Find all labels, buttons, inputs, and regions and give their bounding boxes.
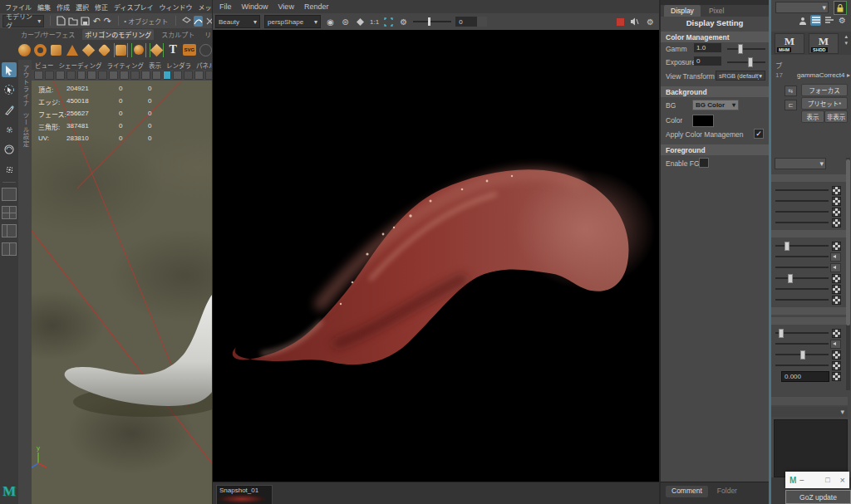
open-scene-icon[interactable] [68,16,78,27]
gamma-value-field[interactable]: 1.0 [694,43,721,52]
panel-menu-item[interactable]: ビュー [35,61,54,70]
attribute-row[interactable] [771,283,847,294]
texture-map-button[interactable] [832,296,841,305]
focus-button[interactable]: フォーカス [801,84,848,96]
gamma-slider-track[interactable] [727,48,765,50]
slider-handle[interactable] [785,242,790,251]
mute-notifications-icon[interactable] [629,17,640,27]
goz-update-button[interactable]: GoZ update [785,490,851,504]
panel-menu-item[interactable]: シェーディング [59,61,102,70]
attr-section-dropdown[interactable]: ▾ [775,158,826,169]
layout-four-pane-button[interactable] [2,206,17,219]
slider-track[interactable] [775,256,829,257]
attribute-row[interactable] [771,262,847,272]
slider-track[interactable] [775,200,829,202]
attribute-row[interactable] [771,230,847,237]
paint-select-tool-button[interactable] [2,102,17,117]
ramp-arrow-button[interactable] [830,263,841,272]
zoom-ratio-label[interactable]: 1:1 [370,18,379,26]
attribute-row[interactable] [771,251,847,262]
foreground-header[interactable]: Foreground [661,144,769,155]
slider-track[interactable] [775,299,829,301]
viewport-toggle-icon[interactable] [120,71,129,80]
subdiv-proxy-icon[interactable] [131,43,145,57]
texture-map-button[interactable] [832,329,841,338]
viewport-toggle-icon[interactable] [130,71,140,80]
panel-menu-item[interactable]: パネル [196,61,212,70]
poly-torus-icon[interactable] [34,43,47,57]
scale-tool-button[interactable] [2,162,17,177]
attribute-row[interactable]: 0.000 [771,370,847,381]
exposure-value-field[interactable]: 0 [455,17,487,27]
show-button[interactable]: 表示 [801,110,824,123]
select-tool-button[interactable] [2,62,17,77]
new-scene-icon[interactable] [57,16,66,27]
viewport-toggle-icon[interactable] [141,71,150,80]
tool-settings-vertical-tab[interactable]: ツール設定 [21,112,30,148]
menu-item[interactable]: 選択 [76,2,89,12]
attribute-row[interactable] [771,217,847,228]
menu-item[interactable]: ディスプレイ [114,2,153,12]
save-scene-icon[interactable] [81,16,90,27]
show-character-icon[interactable] [797,15,808,26]
attr-scrollbar[interactable] [846,158,850,390]
slider-track[interactable] [775,267,829,268]
snap-grid-icon[interactable] [182,16,191,27]
slider-track[interactable] [775,277,829,279]
start-ipr-icon[interactable]: ◉ [325,17,336,27]
slider-track[interactable] [775,222,829,223]
enable-fg-checkbox[interactable] [699,158,709,168]
lasso-tool-button[interactable] [2,82,17,97]
texture-map-button[interactable] [832,274,841,283]
render-view-menu-item[interactable]: File [219,2,232,11]
slider-track[interactable] [775,343,829,345]
bottom-tab[interactable]: Comment [666,486,708,497]
move-tool-button[interactable] [2,122,17,137]
rotate-tool-button[interactable] [2,142,17,157]
attribute-row[interactable] [771,327,847,338]
aov-selector[interactable]: Beauty▾ [215,15,260,28]
shelf-tab[interactable]: ポリゴンのモデリング [82,29,154,40]
exposure-value-field[interactable]: 0 [694,56,721,66]
attribute-row[interactable] [771,272,847,283]
slider-track[interactable] [775,245,829,247]
ramp-arrow-button[interactable] [830,340,841,349]
attribute-row[interactable] [771,317,847,325]
viewport-toggle-icon[interactable] [87,71,96,80]
render-view-menu-item[interactable]: View [278,2,294,11]
viewport-toggle-icon[interactable] [184,71,193,80]
material-node-tab[interactable]: M SHDD [809,33,839,54]
texture-map-button[interactable] [832,208,841,217]
menu-item[interactable]: ウィンドウ [159,2,192,12]
attribute-row[interactable] [771,240,847,251]
exposure-slider-track[interactable] [727,61,765,63]
maximize-icon[interactable]: □ [825,476,829,484]
exposure-slider[interactable] [413,17,451,27]
display-panel-tab[interactable]: Display [664,5,701,17]
viewport-toggle-icon[interactable] [109,71,118,80]
texture-map-button[interactable] [832,350,841,360]
value-field[interactable]: 0.000 [781,371,829,382]
viewport-toggle-icon[interactable] [205,71,212,80]
display-settings-gear-icon[interactable]: ⚙ [645,17,656,27]
camera-selector[interactable]: perspShape▾ [264,15,321,28]
snapshot-thumbnail-tab[interactable]: Snapshot_01 [216,485,273,504]
render-settings-gear-icon[interactable]: ⚙ [398,17,409,27]
viewport-toggle-icon[interactable] [45,71,54,80]
abort-render-icon[interactable] [617,18,624,26]
value-spinner[interactable] [477,17,487,27]
attribute-row[interactable] [771,174,847,182]
region-render-icon[interactable] [383,17,394,27]
pause-render-icon[interactable]: ⊜ [340,17,351,27]
slider-track[interactable] [775,211,829,213]
texture-map-button[interactable] [832,186,841,195]
render-view-menu-item[interactable]: Window [242,2,268,11]
white-tongue-model[interactable] [65,295,212,406]
poly-prism-icon[interactable] [98,43,111,57]
svg-tool-icon[interactable]: SVG [183,43,196,57]
poly-sphere-icon[interactable] [18,43,31,57]
perspective-viewport[interactable]: y ビューシェーディングライティング表示レンダラパネル [32,60,212,504]
menu-set-selector[interactable]: モデリング▾ [2,15,44,27]
view-transform-dropdown[interactable]: sRGB (default) ▾ [716,71,765,81]
shelf-tab[interactable]: リギング [202,29,212,40]
